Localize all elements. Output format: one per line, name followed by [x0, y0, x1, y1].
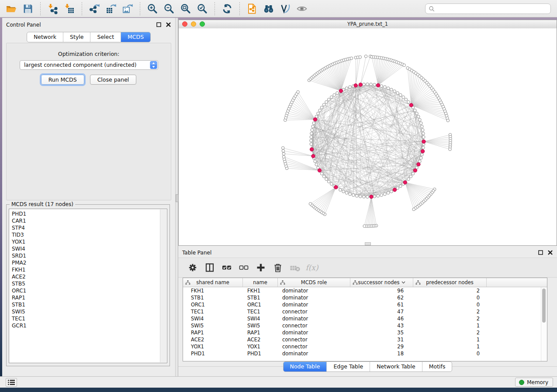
network-node[interactable]	[336, 92, 339, 95]
table-row[interactable]: PHD1PHD1dominator180	[183, 350, 547, 357]
network-node[interactable]	[345, 192, 348, 195]
network-node[interactable]	[393, 90, 396, 93]
network-node[interactable]	[399, 185, 402, 188]
run-mcds-button[interactable]: Run MCDS	[41, 75, 84, 85]
save-session-icon[interactable]	[22, 3, 34, 15]
select-all-icon[interactable]	[221, 262, 232, 273]
result-node[interactable]: ORC1	[12, 287, 159, 294]
network-node[interactable]	[380, 194, 383, 197]
network-node[interactable]	[327, 180, 330, 183]
network-node[interactable]	[373, 83, 376, 86]
table-row[interactable]: ORC1ORC1dominator610	[183, 301, 547, 308]
network-node[interactable]	[363, 83, 366, 86]
network-hub-node[interactable]	[370, 195, 373, 199]
vertical-splitter[interactable]	[175, 18, 178, 376]
column-header-successor-nodes[interactable]: successor nodes	[350, 278, 413, 287]
network-node[interactable]	[359, 55, 362, 58]
table-row[interactable]: STB1STB1dominator620	[183, 294, 547, 301]
network-node[interactable]	[322, 103, 325, 107]
network-node[interactable]	[356, 194, 359, 197]
network-node[interactable]	[412, 172, 415, 175]
network-file-icon[interactable]	[246, 3, 258, 15]
network-node[interactable]	[390, 88, 393, 91]
network-node[interactable]	[281, 147, 284, 150]
float-panel-icon[interactable]	[156, 22, 162, 28]
show-graphics-eye-icon[interactable]	[296, 3, 308, 15]
tab-style[interactable]: Style	[63, 32, 90, 42]
network-node[interactable]	[419, 157, 422, 160]
network-node[interactable]	[421, 153, 424, 156]
network-hub-node[interactable]	[310, 148, 313, 151]
network-node[interactable]	[320, 106, 323, 109]
network-node[interactable]	[349, 193, 352, 196]
refresh-icon[interactable]	[221, 3, 233, 15]
network-node[interactable]	[363, 195, 366, 198]
result-node[interactable]: STB5	[12, 280, 159, 287]
tab-mcds[interactable]: MCDS	[121, 32, 150, 42]
table-row[interactable]: SWI5SWI5connector431	[183, 322, 547, 329]
network-node[interactable]	[310, 143, 313, 146]
network-node[interactable]	[359, 195, 362, 198]
close-table-panel-icon[interactable]	[547, 250, 553, 255]
network-node[interactable]	[310, 132, 313, 135]
network-node[interactable]	[449, 148, 452, 151]
network-node[interactable]	[412, 208, 415, 211]
network-node[interactable]	[409, 175, 412, 178]
network-node[interactable]	[402, 96, 405, 99]
network-node[interactable]	[403, 64, 406, 67]
network-canvas-svg[interactable]	[179, 28, 557, 245]
network-node[interactable]	[387, 192, 390, 195]
network-node[interactable]	[366, 83, 369, 86]
network-node[interactable]	[282, 149, 285, 152]
zoom-out-icon[interactable]	[163, 3, 175, 15]
network-node[interactable]	[384, 86, 387, 89]
close-panel-button[interactable]: Close panel	[90, 75, 137, 85]
network-node[interactable]	[325, 100, 328, 103]
network-node[interactable]	[325, 178, 328, 181]
search-input[interactable]	[435, 4, 550, 14]
search-box[interactable]	[425, 3, 551, 14]
network-node[interactable]	[390, 190, 393, 193]
network-hub-node[interactable]	[313, 118, 317, 121]
network-node[interactable]	[297, 90, 300, 93]
table-row[interactable]: ACE2ACE2connector311	[183, 336, 547, 343]
network-hub-node[interactable]	[413, 168, 417, 172]
column-header-name[interactable]: name	[243, 278, 278, 287]
network-node[interactable]	[314, 160, 317, 163]
style-icon[interactable]	[279, 3, 291, 15]
network-node[interactable]	[309, 203, 312, 206]
network-node[interactable]	[419, 160, 422, 163]
network-node[interactable]	[370, 83, 373, 86]
zoom-selected-icon[interactable]	[196, 3, 208, 15]
network-node[interactable]	[352, 194, 355, 197]
network-node[interactable]	[405, 98, 408, 101]
result-node[interactable]: YOX1	[12, 238, 159, 245]
network-hub-node[interactable]	[421, 149, 424, 153]
network-node[interactable]	[317, 112, 320, 115]
result-node[interactable]: PMA2	[12, 259, 159, 266]
network-node[interactable]	[345, 87, 348, 90]
network-node[interactable]	[387, 87, 390, 90]
criterion-dropdown[interactable]: largest connected component (undirected)	[20, 60, 158, 70]
network-node[interactable]	[327, 98, 330, 101]
zoom-fit-icon[interactable]	[180, 3, 192, 15]
export-image-icon[interactable]	[121, 3, 134, 15]
network-node[interactable]	[417, 115, 420, 118]
table-tab-network-table[interactable]: Network Table	[370, 362, 422, 371]
network-hub-node[interactable]	[393, 188, 396, 192]
network-node[interactable]	[311, 125, 315, 128]
memory-button[interactable]: Memory	[515, 378, 553, 387]
network-node[interactable]	[419, 118, 422, 121]
network-hub-node[interactable]	[359, 83, 362, 86]
table-row[interactable]: FKH1FKH1dominator962	[183, 287, 547, 294]
result-node[interactable]: SRD1	[12, 252, 159, 259]
zoom-in-icon[interactable]	[146, 3, 159, 15]
network-node[interactable]	[318, 109, 322, 112]
network-hub-node[interactable]	[417, 162, 420, 166]
table-row[interactable]: YOX1YOX1connector291	[183, 343, 547, 350]
network-node[interactable]	[364, 55, 367, 58]
network-node[interactable]	[330, 96, 333, 99]
import-network-icon[interactable]	[47, 3, 59, 15]
panel-list-button[interactable]	[6, 378, 17, 387]
add-column-icon[interactable]	[255, 262, 266, 273]
